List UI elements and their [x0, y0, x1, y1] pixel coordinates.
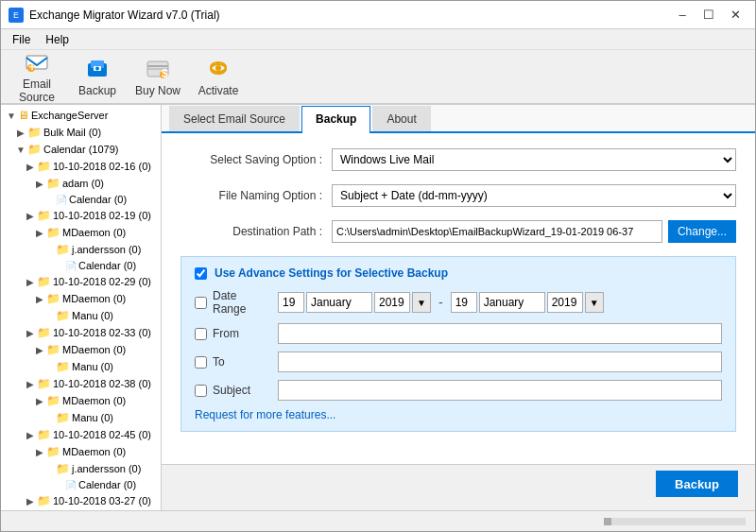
email-source-button[interactable]: + Email Source [9, 53, 65, 100]
tree-item[interactable]: 📄 Calendar (0) [3, 192, 159, 207]
tree-item[interactable]: ▶📁 10-10-2018 03-27 (0) [3, 492, 159, 509]
dest-path-input[interactable] [332, 220, 662, 243]
tree-item[interactable]: ▶📁 10-10-2018 02-16 (0) [3, 158, 159, 175]
activate-button[interactable]: Activate [190, 53, 247, 100]
tree-item[interactable]: 📁 j.andersson (0) [3, 241, 159, 258]
tree-item[interactable]: ▶📁 Bulk Mail (0) [3, 124, 159, 141]
tree-toggle-icon: ▶ [35, 345, 44, 355]
change-button[interactable]: Change... [668, 220, 736, 243]
date-from-day[interactable] [278, 292, 304, 313]
folder-icon: 📁 [46, 394, 60, 407]
date-to-day[interactable] [451, 292, 477, 313]
svg-point-6 [95, 67, 99, 71]
adv-settings-title: Use Advance Settings for Selective Backu… [195, 266, 722, 280]
tree-toggle-icon: ▶ [26, 430, 35, 440]
folder-icon: 📁 [37, 160, 51, 173]
email-source-label: Email Source [11, 77, 62, 104]
date-range-row: Date Range ▼ - [195, 289, 722, 316]
date-range-checkbox[interactable] [195, 297, 207, 309]
file-naming-select[interactable]: Subject + Date (dd-mm-yyyy) Date + Subje… [332, 184, 736, 207]
tree-item[interactable]: ▶📁 adam (0) [3, 175, 159, 192]
date-to-month[interactable] [479, 292, 545, 313]
date-range-group: ▼ - ▼ [278, 292, 722, 313]
tree-item[interactable]: 📁 Manu (0) [3, 409, 159, 426]
tree-item[interactable]: ▼📁 Calendar (1079) [3, 141, 159, 158]
from-input[interactable] [278, 323, 722, 344]
window-title: Exchange Migrator Wizard v7.0 (Trial) [29, 9, 220, 22]
advanced-settings-box: Use Advance Settings for Selective Backu… [180, 256, 736, 432]
folder-icon: 📁 [56, 462, 70, 475]
date-from-year[interactable] [374, 292, 410, 313]
tree-item[interactable]: 📄 Calendar (0) [3, 258, 159, 273]
menu-help[interactable]: Help [38, 31, 77, 48]
tree-item[interactable]: ▶📁 MDaemon (0) [3, 290, 159, 307]
from-checkbox[interactable] [195, 328, 207, 340]
folder-icon: 📁 [56, 309, 70, 322]
tree-item[interactable]: ▶📁 10-10-2018 02-38 (0) [3, 375, 159, 392]
tab-backup[interactable]: Backup [301, 106, 370, 133]
request-link[interactable]: Request for more features... [195, 408, 722, 421]
main-window: E Exchange Migrator Wizard v7.0 (Trial) … [0, 0, 756, 532]
content-panel: Select Email Source Backup About Select … [162, 105, 755, 510]
tree-item-label: adam (0) [62, 178, 104, 189]
tree-item-label: 10-10-2018 02-45 (0) [53, 429, 151, 440]
tree-item[interactable]: ▶📁 10-10-2018 02-19 (0) [3, 207, 159, 224]
app-icon: E [9, 8, 24, 23]
backup-submit-button[interactable]: Backup [656, 471, 738, 497]
folder-icon: 📁 [37, 377, 51, 390]
tree-item[interactable]: ▶📁 MDaemon (0) [3, 224, 159, 241]
saving-option-control: Windows Live Mail Windows Mail Outlook T… [332, 148, 736, 171]
tree-item[interactable]: 📁 j.andersson (0) [3, 460, 159, 477]
tree-item-label: Calendar (0) [69, 194, 127, 205]
tree-item[interactable]: 📁 Manu (0) [3, 358, 159, 375]
folder-icon: 🖥 [18, 109, 29, 122]
buy-now-button[interactable]: $ Buy Now [129, 53, 186, 100]
tree-item-label: MDaemon (0) [62, 227, 126, 238]
activate-icon [205, 56, 232, 82]
tree-item-label: MDaemon (0) [62, 395, 126, 406]
date-from-calendar-button[interactable]: ▼ [412, 292, 431, 313]
minimize-button[interactable]: – [670, 5, 695, 26]
folder-icon: 📁 [27, 143, 42, 156]
to-checkbox[interactable] [195, 356, 207, 369]
tree-item[interactable]: ▶📁 MDaemon (0) [3, 341, 159, 358]
menu-bar: File Help [1, 29, 755, 50]
tree-item[interactable]: ▶📁 10-10-2018 02-33 (0) [3, 324, 159, 341]
saving-option-select[interactable]: Windows Live Mail Windows Mail Outlook T… [332, 148, 736, 171]
tree-item[interactable]: ▶📁 MDaemon (0) [3, 392, 159, 409]
tree-item[interactable]: ▶📁 10-10-2018 02-29 (0) [3, 273, 159, 290]
menu-file[interactable]: File [5, 31, 38, 48]
subject-checkbox[interactable] [195, 385, 207, 397]
tree-item[interactable]: ▶📁 10-10-2018 02-45 (0) [3, 426, 159, 443]
buy-now-icon: $ [145, 56, 171, 82]
from-label: From [195, 327, 270, 340]
folder-icon: 📁 [37, 275, 51, 288]
svg-text:$: $ [162, 67, 168, 80]
maximize-button[interactable]: ☐ [696, 5, 721, 26]
tree-item-label: 10-10-2018 03-27 (0) [53, 495, 151, 506]
tree-item-label: 10-10-2018 02-29 (0) [53, 276, 151, 287]
form-area: Select Saving Option : Windows Live Mail… [162, 133, 755, 464]
tree-item[interactable]: ▶📁 MDaemon (0) [3, 443, 159, 460]
tree-item[interactable]: 📄 Calendar (0) [3, 477, 159, 492]
tab-about[interactable]: About [372, 106, 430, 131]
date-from-month[interactable] [306, 292, 372, 313]
folder-icon: 📁 [46, 445, 60, 458]
tree-item[interactable]: 📁 Manu (0) [3, 307, 159, 324]
date-to-calendar-button[interactable]: ▼ [585, 292, 604, 313]
backup-button[interactable]: Backup [69, 53, 126, 100]
folder-icon: 📄 [56, 195, 67, 205]
folder-icon: 📁 [37, 494, 51, 507]
backup-label: Backup [78, 84, 116, 97]
subject-input[interactable] [278, 380, 722, 401]
tab-select-email-source[interactable]: Select Email Source [169, 106, 300, 131]
to-input[interactable] [278, 352, 722, 372]
tree-toggle-icon: ▶ [26, 496, 35, 506]
date-to-year[interactable] [547, 292, 583, 313]
tree-toggle-icon: ▶ [35, 228, 44, 238]
adv-settings-checkbox[interactable] [195, 267, 207, 280]
title-bar-left: E Exchange Migrator Wizard v7.0 (Trial) [9, 8, 220, 23]
tree-item[interactable]: ▼🖥 ExchangeServer [3, 107, 159, 124]
tree-item-label: Calendar (0) [78, 479, 136, 490]
close-button[interactable]: ✕ [723, 5, 747, 26]
